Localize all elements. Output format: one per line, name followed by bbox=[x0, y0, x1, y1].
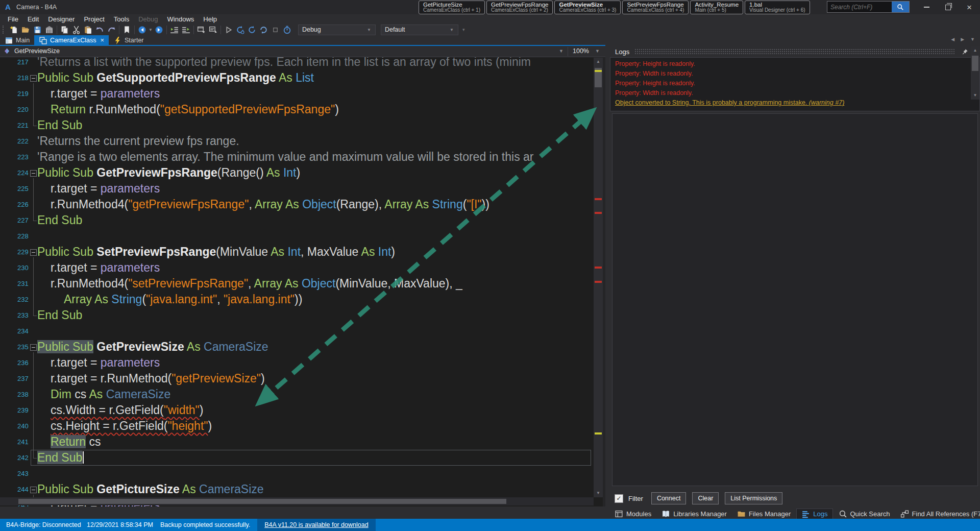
compile-icon[interactable] bbox=[234, 25, 246, 35]
toolbar-separator bbox=[134, 26, 135, 34]
nav-forward-icon[interactable] bbox=[153, 25, 165, 35]
scroll-down-icon[interactable]: ▼ bbox=[971, 91, 979, 100]
tool-tab-quick-search[interactable]: Quick Search bbox=[834, 509, 895, 519]
open-project-icon[interactable] bbox=[20, 25, 32, 35]
quick-search-icon bbox=[839, 510, 847, 518]
filter-checkbox[interactable]: ✓ bbox=[615, 494, 623, 503]
menu-item-windows[interactable]: Windows bbox=[163, 15, 199, 23]
code-area[interactable]: 217'Returns a list with the supported pr… bbox=[0, 46, 594, 506]
bookmark-icon[interactable] bbox=[121, 25, 133, 35]
restore-button[interactable] bbox=[937, 0, 959, 14]
designer-view-icon[interactable] bbox=[195, 25, 207, 35]
tool-tab-files-manager[interactable]: Files Manager bbox=[732, 509, 795, 519]
current-sub-select[interactable]: GetPreviewSize bbox=[14, 47, 60, 55]
tool-tab-libraries-manager[interactable]: Libraries Manager bbox=[657, 509, 731, 519]
list-permissions-button[interactable]: List Permissions bbox=[725, 492, 782, 504]
run-icon[interactable] bbox=[223, 25, 234, 35]
indent-icon[interactable] bbox=[180, 25, 192, 35]
tool-tab-label: Modules bbox=[626, 510, 651, 518]
log-output-area[interactable] bbox=[612, 113, 978, 486]
menu-item-debug[interactable]: Debug bbox=[134, 15, 162, 23]
toolbar-grip bbox=[3, 26, 5, 34]
save-icon[interactable] bbox=[32, 25, 43, 35]
line-number: 238 bbox=[17, 387, 29, 402]
collapse-region-icon[interactable] bbox=[30, 344, 37, 351]
menu-item-designer[interactable]: Designer bbox=[43, 15, 79, 23]
outdent-icon[interactable] bbox=[168, 25, 180, 35]
quick-access-button[interactable]: GetPreviewSizeCameraExClass (ctrl + 3) bbox=[554, 1, 621, 14]
collapse-region-icon[interactable] bbox=[30, 487, 37, 493]
log-entry[interactable]: Object converted to String. This is prob… bbox=[610, 98, 979, 108]
build-configuration-select[interactable]: Debug ▼ bbox=[298, 25, 376, 35]
menu-item-edit[interactable]: Edit bbox=[23, 15, 43, 23]
editor-vertical-scrollbar[interactable]: ▲ ▼ bbox=[594, 58, 603, 497]
menu-item-tools[interactable]: Tools bbox=[109, 15, 134, 23]
connect-button[interactable]: Connect bbox=[651, 492, 687, 504]
tool-tab-modules[interactable]: Modules bbox=[610, 509, 656, 519]
script-view-icon[interactable] bbox=[207, 25, 219, 35]
close-tab-icon[interactable]: × bbox=[100, 36, 104, 44]
log-entry[interactable]: Property: Height is readonly. bbox=[610, 59, 979, 69]
menu-item-file[interactable]: File bbox=[3, 15, 23, 23]
copy-icon[interactable] bbox=[59, 25, 70, 35]
zoom-level-select[interactable]: 100% bbox=[573, 47, 589, 55]
new-project-icon[interactable] bbox=[8, 25, 20, 35]
status-bar: B4A-Bridge: Disconnected 12/29/2021 8:58… bbox=[0, 519, 980, 531]
quick-access-button[interactable]: GetPictureSizeCameraExClass (ctrl + 1) bbox=[419, 1, 485, 14]
quick-access-button[interactable]: SetPreviewFpsRangeCameraExClass (ctrl + … bbox=[622, 1, 689, 14]
tool-tab-find-all-references-f7-[interactable]: Find All References (F7) bbox=[896, 509, 980, 519]
search-input[interactable] bbox=[827, 2, 892, 12]
toolbar-separator bbox=[193, 26, 194, 34]
pin-icon[interactable] bbox=[960, 49, 970, 55]
code-editor[interactable]: GetPreviewSize ▼ 100% ▼ 217'Returns a li… bbox=[0, 46, 605, 506]
scroll-up-icon[interactable]: ▲ bbox=[971, 46, 979, 55]
search-box bbox=[827, 1, 910, 13]
minimize-button[interactable] bbox=[916, 0, 937, 14]
collapse-region-icon[interactable] bbox=[30, 249, 37, 256]
toolbar-overflow-icon[interactable]: ▾ bbox=[462, 27, 465, 32]
nav-back-icon[interactable] bbox=[136, 25, 148, 35]
log-message-list[interactable]: Property: Height is readonly.Property: W… bbox=[610, 57, 980, 111]
connect-device-icon[interactable] bbox=[246, 25, 258, 35]
vertical-scroll-thumb[interactable] bbox=[972, 56, 978, 71]
toolbar-separator bbox=[57, 26, 57, 34]
log-entry[interactable]: Property: Width is readonly. bbox=[610, 69, 979, 79]
quick-access-button[interactable]: 1.balVisual Designer (ctrl + 6) bbox=[745, 1, 810, 14]
export-zip-icon[interactable] bbox=[43, 25, 55, 35]
undo-icon[interactable] bbox=[94, 25, 106, 35]
collapse-region-icon[interactable] bbox=[30, 170, 37, 177]
editor-horizontal-scrollbar[interactable] bbox=[0, 497, 594, 505]
stop-icon[interactable] bbox=[270, 25, 281, 35]
tab-main[interactable]: Main bbox=[0, 35, 34, 45]
tool-tab-logs[interactable]: Logs bbox=[796, 509, 832, 519]
close-button[interactable]: × bbox=[959, 0, 980, 14]
tab-cameraexclass[interactable]: CameraExClass× bbox=[34, 35, 109, 45]
log-list-scrollbar[interactable]: ▲ ▼ bbox=[971, 46, 979, 100]
horizontal-scroll-thumb[interactable] bbox=[18, 499, 506, 504]
quick-access-button[interactable]: GetPreviewFpsRangeCameraExClass (ctrl + … bbox=[486, 1, 553, 14]
quick-access-button[interactable]: Activity_ResumeMain (ctrl + 5) bbox=[690, 1, 743, 14]
menu-item-help[interactable]: Help bbox=[199, 15, 222, 23]
panel-splitter[interactable] bbox=[605, 46, 610, 519]
chevron-down-icon[interactable]: ▼ bbox=[149, 28, 153, 32]
scroll-down-icon[interactable]: ▼ bbox=[594, 489, 603, 497]
code-text: cs.Width = r.GetField("width") bbox=[51, 402, 203, 418]
paste-icon[interactable] bbox=[82, 25, 94, 35]
clear-button[interactable]: Clear bbox=[692, 492, 719, 504]
refresh-icon[interactable] bbox=[258, 25, 270, 35]
theme-value: Default bbox=[385, 26, 449, 33]
cut-icon[interactable] bbox=[70, 25, 82, 35]
search-go-button[interactable] bbox=[892, 2, 909, 12]
update-link[interactable]: B4A v11.20 is available for download bbox=[257, 519, 375, 531]
redo-icon[interactable] bbox=[106, 25, 117, 35]
log-entry[interactable]: Property: Width is readonly. bbox=[610, 88, 979, 98]
chevron-down-icon[interactable]: ▼ bbox=[559, 49, 564, 54]
clean-project-icon[interactable] bbox=[281, 25, 293, 35]
collapse-region-icon[interactable] bbox=[30, 75, 37, 82]
theme-select[interactable]: Default ▼ bbox=[381, 25, 458, 35]
log-entry[interactable]: Property: Height is readonly. bbox=[610, 79, 979, 88]
chevron-down-icon[interactable]: ▼ bbox=[595, 49, 600, 54]
tab-starter[interactable]: Starter bbox=[109, 35, 149, 45]
scroll-up-icon[interactable]: ▲ bbox=[594, 58, 603, 66]
menu-item-project[interactable]: Project bbox=[79, 15, 109, 23]
